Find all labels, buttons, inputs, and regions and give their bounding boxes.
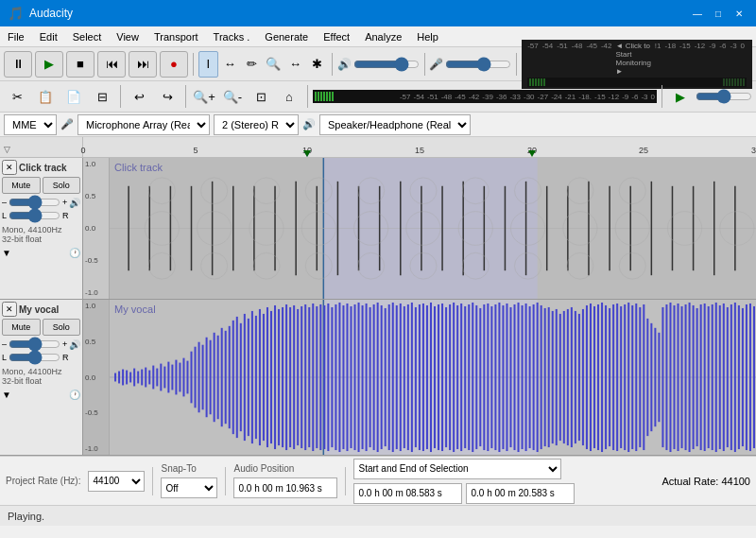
audio-pos-input[interactable]	[233, 477, 337, 498]
vocal-track-pan-slider[interactable]	[9, 352, 60, 363]
svg-rect-226	[708, 306, 710, 448]
selection-start-input[interactable]	[353, 483, 462, 504]
svg-rect-71	[118, 372, 120, 384]
svg-rect-215	[665, 304, 667, 450]
vocal-track-waveform[interactable]: 1.0 0.5 0.0 -0.5 -1.0 My vocal	[83, 300, 756, 455]
vocal-track-gain-slider[interactable]	[9, 338, 60, 350]
close-button[interactable]: ✕	[730, 4, 748, 23]
click-track-close[interactable]: ✕	[2, 160, 17, 175]
menu-select[interactable]: Select	[65, 26, 110, 46]
ruler-tick-15: 15	[415, 146, 424, 155]
svg-point-56	[201, 252, 228, 279]
maximize-button[interactable]: □	[709, 4, 728, 23]
svg-rect-181	[537, 303, 539, 452]
svg-rect-227	[712, 304, 713, 450]
svg-rect-173	[506, 304, 507, 451]
svg-rect-191	[575, 311, 576, 443]
zoom-in-button[interactable]: 🔍+	[191, 83, 217, 110]
paste-button[interactable]: 📄	[60, 83, 87, 110]
titlebar-controls: — □ ✕	[688, 4, 748, 23]
toolbars: ⏸ ▶ ■ ⏮ ⏭ ● I ↔ ✏ 🔍 ↔ ✱ 🔊 🎤 -57-54-51-48…	[0, 47, 756, 113]
selection-type-select[interactable]: Start and End of Selection	[353, 459, 561, 479]
divider-1	[152, 467, 153, 495]
menu-view[interactable]: View	[109, 26, 146, 46]
menu-generate[interactable]: Generate	[257, 26, 316, 46]
vocal-y-1: 1.0	[85, 302, 107, 310]
actual-rate-section: Actual Rate: 44100	[662, 476, 750, 487]
play-button[interactable]: ▶	[35, 51, 63, 78]
multi-tool-button[interactable]: ✱	[307, 51, 327, 78]
svg-rect-169	[490, 306, 492, 448]
trim-button[interactable]: ⊟	[89, 83, 115, 110]
tracks-container: ✕ Click track Mute Solo – + 🔊 L R Mono, …	[0, 158, 756, 456]
vocal-track-solo[interactable]: Solo	[43, 319, 81, 336]
menu-transport[interactable]: Transport	[146, 26, 206, 46]
host-select[interactable]: MME	[4, 114, 57, 135]
menu-effect[interactable]: Effect	[316, 26, 357, 46]
play-at-speed-button[interactable]: ▶	[667, 83, 694, 110]
svg-rect-143	[392, 303, 394, 452]
project-rate-label: Project Rate (Hz):	[6, 476, 80, 486]
zoom-fit-button[interactable]: ⊡	[248, 83, 274, 110]
microphone-icon: 🎤	[60, 118, 74, 130]
svg-rect-86	[175, 360, 177, 395]
svg-rect-82	[160, 364, 162, 391]
svg-rect-192	[578, 314, 580, 441]
svg-rect-79	[148, 371, 150, 385]
select-tool-button[interactable]: I	[198, 51, 218, 78]
click-track-gain-row: – + 🔊	[2, 197, 80, 208]
svg-point-45	[148, 178, 175, 204]
svg-rect-138	[373, 304, 375, 450]
zoom-tool-button[interactable]: 🔍	[264, 51, 284, 78]
pause-button[interactable]: ⏸	[4, 51, 32, 78]
menu-tracks[interactable]: Tracks .	[206, 26, 258, 46]
vocal-track-pan-row: L R	[2, 352, 80, 363]
redo-button[interactable]: ↪	[154, 83, 180, 110]
svg-rect-164	[472, 303, 473, 452]
click-track-mute[interactable]: Mute	[2, 177, 41, 194]
output-volume-slider[interactable]	[353, 59, 420, 70]
undo-button[interactable]: ↩	[126, 83, 152, 110]
project-rate-select[interactable]: 44100	[88, 471, 145, 492]
copy-button[interactable]: 📋	[32, 83, 59, 110]
skip-start-button[interactable]: ⏮	[97, 51, 126, 78]
click-track-collapse-icon[interactable]: ▼	[2, 248, 11, 258]
snap-to-select[interactable]: Off	[161, 477, 217, 498]
envelope-tool-button[interactable]: ↔	[220, 51, 240, 78]
svg-rect-122	[312, 304, 314, 451]
menu-analyze[interactable]: Analyze	[357, 26, 409, 46]
selection-end-input[interactable]	[466, 483, 575, 504]
menu-help[interactable]: Help	[409, 26, 446, 46]
svg-rect-123	[316, 306, 318, 448]
menu-edit[interactable]: Edit	[32, 26, 65, 46]
vu-meters: -57-54-51-48-45-42 ◄ Click to Start Moni…	[522, 40, 752, 89]
svg-rect-238	[753, 306, 755, 448]
timeshift-tool-button[interactable]: ↔	[285, 51, 305, 78]
play-speed-slider[interactable]	[696, 91, 752, 102]
vocal-track-mute[interactable]: Mute	[2, 319, 41, 336]
click-track-solo[interactable]: Solo	[43, 177, 81, 194]
click-track-waveform[interactable]: 1.0 0.5 0.0 -0.5 -1.0	[83, 158, 756, 299]
record-button[interactable]: ●	[160, 51, 188, 78]
zoom-project-button[interactable]: ⌂	[276, 83, 302, 110]
zoom-out-button[interactable]: 🔍-	[219, 83, 246, 110]
channels-select[interactable]: 2 (Stereo) Recor	[214, 114, 299, 135]
click-track-pan-slider[interactable]	[9, 210, 60, 221]
pan-r-label: R	[62, 211, 69, 220]
ruler-tick-30: 30	[751, 146, 756, 155]
cut-button[interactable]: ✂	[4, 83, 30, 110]
minimize-button[interactable]: —	[688, 4, 707, 23]
vocal-gain-minus: –	[2, 339, 7, 349]
input-volume-slider[interactable]	[445, 59, 511, 70]
microphone-select[interactable]: Microphone Array (Realtek	[77, 114, 210, 135]
vocal-track-close[interactable]: ✕	[2, 302, 17, 317]
menu-file[interactable]: File	[0, 26, 32, 46]
draw-tool-button[interactable]: ✏	[242, 51, 262, 78]
svg-rect-87	[179, 363, 180, 392]
skip-end-button[interactable]: ⏭	[129, 51, 157, 78]
speaker-select[interactable]: Speaker/Headphone (Realte	[319, 114, 471, 135]
vocal-track-collapse-icon[interactable]: ▼	[2, 390, 11, 400]
stop-button[interactable]: ■	[66, 51, 94, 78]
input-volume-icon: 🎤	[429, 58, 443, 71]
click-track-gain-slider[interactable]	[9, 197, 60, 208]
